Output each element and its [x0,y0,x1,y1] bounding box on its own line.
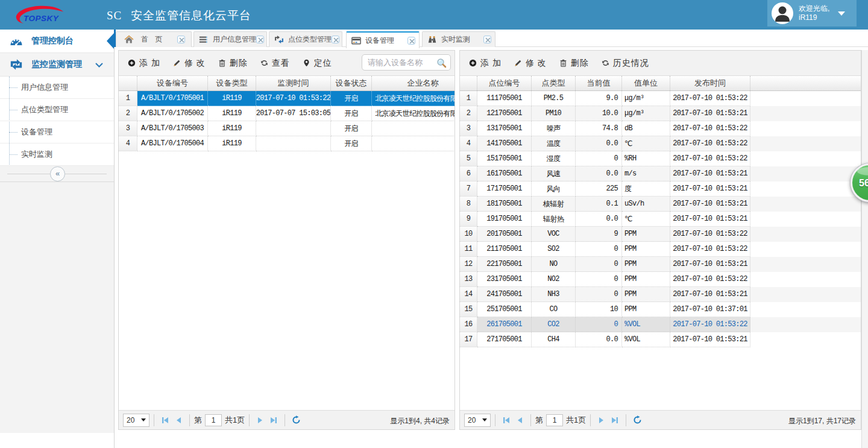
table-cell: 开启 [331,136,372,151]
button-label: 添 加 [480,58,502,69]
table-row[interactable]: 9191705001辐射热0.0℃2017-07-10 01:53:21 [460,212,861,227]
table-cell: 2017-07-10 01:53:22 [670,272,750,287]
table-row[interactable]: 2A/BJLT/0/1705002iR1192017-07-07 15:03:0… [119,106,454,121]
table-row[interactable]: 15251705001CO10PPM2017-07-10 01:37:01 [460,302,861,317]
refresh-button[interactable] [631,414,644,427]
column-header[interactable]: 发布时间 [670,76,750,90]
locate-button[interactable]: 定位 [299,56,336,71]
table-row[interactable]: 3131705001噪声74.8dB2017-07-10 01:53:22 [460,121,861,136]
table-cell: 北京凌天世纪控股股份有限公司 [372,91,454,106]
page-size-select[interactable]: 20 [123,414,149,427]
page-number-input[interactable] [205,414,222,426]
tab-realtime[interactable]: 实时监测 [422,31,495,47]
table-row[interactable]: 5151705001湿度0%RH2017-07-10 01:53:22 [460,151,861,166]
next-page-button[interactable] [254,414,267,427]
table-row[interactable]: 13231705001NO20PPM2017-07-10 01:53:22 [460,272,861,287]
delete-button[interactable]: 删除 [556,56,593,71]
sidebar-section-dashboard[interactable]: 管理控制台 [0,30,114,53]
column-header[interactable]: 当前值 [576,76,622,90]
collapse-sidebar-button[interactable]: « [50,166,65,181]
table-row[interactable]: 2121705001PM1010.0μg/m³2017-07-10 01:53:… [460,106,861,121]
tab-close-icon[interactable] [256,36,264,43]
table-row[interactable]: 8181705001核辐射0.1uSv/h2017-07-10 01:53:21 [460,197,861,212]
table-cell: 201705001 [477,227,532,242]
edit-button[interactable]: 修 改 [169,56,209,71]
next-page-button[interactable] [595,414,608,427]
sidebar-section-label: 监控监测管理 [31,59,82,70]
sidebar-item-point-type[interactable]: 点位类型管理 [0,99,114,121]
sidebar-item-user-info[interactable]: 用户信息管理 [0,77,114,99]
sidebar-item-realtime[interactable]: 实时监测 [0,144,114,166]
search-icon[interactable] [436,58,447,68]
table-row[interactable]: 4141705001温度0.0℃2017-07-10 01:53:22 [460,136,861,151]
table-cell: 2017-07-10 01:53:21 [670,332,750,347]
select-arrow-icon [141,418,146,421]
table-cell [256,121,331,136]
table-row[interactable]: 4A/BJLT/0/1705004iR119开启 [119,136,454,151]
table-row[interactable]: 3A/BJLT/0/1705003iR119开启 [119,121,454,136]
prev-page-button[interactable] [513,414,526,427]
table-row[interactable]: 1A/BJLT/0/1705001iR1192017-07-10 01:53:2… [119,91,454,106]
user-menu[interactable]: 欢迎光临, iR119 [767,0,857,27]
column-header[interactable]: 设备状态 [331,76,372,90]
table-row[interactable]: 6161705001风速0.0m/s2017-07-10 01:53:21 [460,166,861,181]
tab-label: 点位类型管理 [288,34,332,45]
table-row[interactable]: 17271705001CH40.0%VOL2017-07-10 01:53:21 [460,332,861,347]
first-page-button[interactable] [500,414,513,427]
topsky-logo[interactable]: TOPSKY [15,5,64,25]
history-button[interactable]: 历史情况 [598,56,653,71]
column-header[interactable]: 设备类型 [208,76,256,90]
page-size-select[interactable]: 20 [464,414,491,427]
last-page-button[interactable] [608,414,621,427]
first-page-button[interactable] [159,414,172,427]
delete-button[interactable]: 删除 [215,56,251,71]
tab-device[interactable]: 设备管理 [346,31,420,48]
table-cell: 151705001 [477,151,532,166]
last-page-button[interactable] [267,414,280,427]
column-header[interactable]: 点类型 [532,76,576,90]
table-row[interactable]: 7171705001风向225度2017-07-10 01:53:21 [460,181,861,197]
tab-point-type[interactable]: 点位类型管理 [269,31,342,47]
table-row[interactable]: 10201705001VOC9PPM2017-07-10 01:53:22 [460,227,861,242]
add-button[interactable]: 添 加 [465,56,505,71]
table-cell: 度 [622,181,670,197]
device-table: 设备编号设备类型监测时间设备状态企业名称1A/BJLT/0/1705001iR1… [119,76,454,410]
rownum-cell: 2 [119,106,137,121]
tab-close-icon[interactable] [407,37,415,45]
table-cell [256,136,331,151]
tab-home[interactable]: 首 页 [116,31,192,47]
divider [189,414,190,426]
table-cell: 9.0 [576,91,622,106]
sidebar-collapse-row[interactable]: « [0,166,114,182]
table-row[interactable]: 12221705001NO0PPM2017-07-10 01:53:21 [460,257,861,272]
table-row[interactable]: 11211705001SO20PPM2017-07-10 01:53:22 [460,242,861,257]
table-row[interactable]: 1111705001PM2.59.0μg/m³2017-07-10 01:53:… [460,91,861,106]
prev-page-button[interactable] [172,414,185,427]
page-number-input[interactable] [546,414,563,426]
device-search-input[interactable] [368,57,435,68]
tree-leader [9,132,17,133]
refresh-button[interactable] [289,414,303,427]
column-header[interactable]: 设备编号 [137,76,208,90]
badge-gloss [857,167,868,175]
sidebar-section-monitoring[interactable]: 监控监测管理 [0,53,114,77]
chevron-down-icon [95,63,103,68]
tab-close-icon[interactable] [177,36,185,43]
rownum-cell: 8 [460,197,477,212]
table-row[interactable]: 14241705001NH30PPM2017-07-10 01:53:21 [460,287,861,302]
column-header[interactable]: 值单位 [622,76,670,90]
view-button[interactable]: 查看 [257,56,294,71]
add-button[interactable]: 添 加 [124,56,164,71]
dashboard-icon [10,34,23,48]
tab-close-icon[interactable] [332,36,339,43]
table-row[interactable]: 16261705001CO20%VOL2017-07-10 01:53:22 [460,317,861,332]
column-header[interactable]: 点位编号 [477,76,532,90]
sidebar-item-device[interactable]: 设备管理 [0,121,114,144]
tab-user-info[interactable]: 用户信息管理 [193,31,267,47]
table-cell: 191705001 [477,212,532,227]
column-header[interactable]: 监测时间 [256,76,331,90]
tab-close-icon[interactable] [483,36,491,43]
edit-button[interactable]: 修 改 [511,56,550,71]
add-icon [469,59,477,67]
column-header[interactable]: 企业名称 [372,76,454,90]
